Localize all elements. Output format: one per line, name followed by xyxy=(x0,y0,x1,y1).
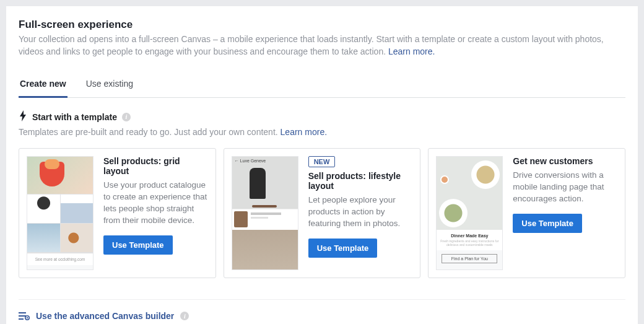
template-section-hint: Templates are pre-built and ready to go.… xyxy=(19,127,625,137)
card-description: Use your product catalogue to create an … xyxy=(103,180,208,227)
info-icon[interactable]: i xyxy=(122,113,131,121)
page-description-text: Your collection ad opens into a full-scr… xyxy=(19,34,604,56)
page-title: Full-screen experience xyxy=(19,19,625,31)
svg-rect-1 xyxy=(19,315,26,317)
learn-more-link[interactable]: Learn more. xyxy=(388,46,435,56)
new-badge: NEW xyxy=(308,156,336,167)
card-title: Sell products: grid layout xyxy=(103,156,208,176)
tab-create-new[interactable]: Create new xyxy=(19,72,67,98)
card-title: Sell products: lifestyle layout xyxy=(308,171,413,191)
template-card-customers: Dinner Made EasyFresh ingredients and ea… xyxy=(428,148,625,278)
template-section-header: Start with a template i xyxy=(19,110,625,123)
template-card-grid: See more at occlothing.com Sell products… xyxy=(19,148,216,278)
template-section-title: Start with a template xyxy=(32,112,117,122)
use-template-button[interactable]: Use Template xyxy=(103,235,173,255)
template-thumb-grid: See more at occlothing.com xyxy=(27,156,94,270)
tab-use-existing[interactable]: Use existing xyxy=(85,72,134,97)
thumb-food-label: Dinner Made EasyFresh ingredients and ea… xyxy=(437,230,502,250)
card-description: Drive conversions with a mobile landing … xyxy=(513,170,617,205)
svg-point-4 xyxy=(27,317,28,318)
template-hint-text: Templates are pre-built and ready to go.… xyxy=(19,127,281,137)
use-template-button[interactable]: Use Template xyxy=(308,239,378,258)
svg-rect-0 xyxy=(19,312,26,313)
svg-rect-2 xyxy=(19,318,24,320)
template-thumb-customers: Dinner Made EasyFresh ingredients and ea… xyxy=(436,156,503,270)
template-learn-more-link[interactable]: Learn more. xyxy=(281,127,327,137)
template-thumb-lifestyle xyxy=(232,156,298,270)
bolt-icon xyxy=(19,110,27,123)
advanced-builder-row: Use the advanced Canvas builder i xyxy=(19,311,625,321)
tab-bar: Create new Use existing xyxy=(19,72,625,98)
card-description: Let people explore your products in acti… xyxy=(308,195,413,230)
advanced-builder-link[interactable]: Use the advanced Canvas builder xyxy=(36,311,174,321)
info-icon[interactable]: i xyxy=(180,312,189,320)
thumb-grid-footer: See more at occlothing.com xyxy=(27,253,93,265)
page-description: Your collection ad opens into a full-scr… xyxy=(19,33,625,58)
settings-list-icon xyxy=(19,312,30,320)
thumb-food-cta: Find a Plan for You xyxy=(442,254,497,263)
template-card-lifestyle: NEW Sell products: lifestyle layout Let … xyxy=(224,148,421,278)
use-template-button[interactable]: Use Template xyxy=(513,214,582,233)
template-cards: See more at occlothing.com Sell products… xyxy=(19,148,625,278)
card-title: Get new customers xyxy=(513,156,617,166)
section-divider xyxy=(19,299,625,300)
